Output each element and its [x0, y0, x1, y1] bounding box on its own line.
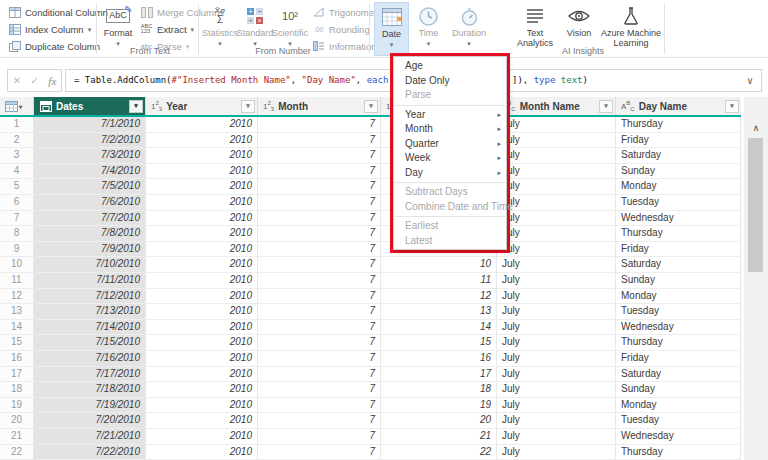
power-query-editor-window: Conditional Column Index Column ▾ Duplic… [0, 0, 768, 460]
date-label: Date [382, 30, 401, 40]
cell-month: 7 [258, 429, 381, 445]
menu-item-day[interactable]: Day▸ [394, 166, 506, 181]
table-row: 77/7/2010201077JulyWednesday [0, 211, 741, 227]
ribbon-divider [369, 4, 370, 54]
number-type-icon: 123 [263, 100, 274, 112]
column-header-dates[interactable]: Dates ▾ [34, 97, 146, 115]
code-token: "Day Name" [302, 75, 356, 85]
filter-dropdown-icon[interactable]: ▾ [241, 100, 255, 113]
chevron-down-icon: ▾ [390, 41, 394, 48]
conditional-column-icon [8, 6, 21, 18]
filter-dropdown-icon[interactable]: ▾ [725, 100, 739, 113]
statistics-icon: X̄σΣ [215, 5, 225, 27]
column-header-label: Year [166, 101, 241, 112]
fx-icon: fx [48, 75, 56, 87]
formula-expand-chevron-icon[interactable]: ∨ [747, 70, 753, 91]
index-column-icon [8, 23, 21, 35]
cell-month_name: July [497, 320, 616, 336]
cell-month_name: July [497, 179, 616, 195]
cell-n: 5 [0, 179, 34, 195]
menu-item-quarter[interactable]: Quarter▸ [394, 137, 506, 152]
cell-n: 10 [0, 257, 34, 273]
menu-item-month[interactable]: Month▸ [394, 122, 506, 137]
menu-item-date-only[interactable]: Date Only [394, 74, 506, 89]
menu-item-year[interactable]: Year▸ [394, 108, 506, 123]
cell-day_name: Thursday [616, 117, 741, 133]
time-button[interactable]: Time ▾ [412, 2, 445, 56]
cell-month: 7 [258, 195, 381, 211]
cell-date: 7/18/2010 [34, 382, 146, 398]
table-row: 57/5/2010201075JulyMonday [0, 179, 741, 195]
cell-month_name: July [497, 148, 616, 164]
cell-day: 12 [381, 289, 497, 305]
duplicate-column-button[interactable]: Duplicate Column [8, 39, 108, 53]
scroll-up-icon[interactable]: ∧ [744, 119, 768, 137]
cell-month: 7 [258, 179, 381, 195]
cell-year: 2010 [146, 226, 258, 242]
rounding-label: Rounding [329, 24, 370, 35]
cell-day: 20 [381, 413, 497, 429]
cell-day: 15 [381, 335, 497, 351]
cell-date: 7/16/2010 [34, 351, 146, 367]
cell-month_name: July [497, 242, 616, 258]
cell-n: 22 [0, 445, 34, 460]
filter-dropdown-icon[interactable]: ▾ [129, 100, 143, 113]
cell-day_name: Friday [616, 133, 741, 149]
column-header-day-name[interactable]: ABC Day Name ▾ [616, 97, 741, 115]
cell-month_name: July [497, 117, 616, 133]
cell-day_name: Saturday [616, 148, 741, 164]
cell-n: 3 [0, 148, 34, 164]
duration-icon [461, 5, 478, 27]
column-header-year[interactable]: 123 Year ▾ [146, 97, 258, 115]
cell-month_name: July [497, 382, 616, 398]
cell-year: 2010 [146, 367, 258, 383]
cell-month: 7 [258, 289, 381, 305]
duration-button[interactable]: Duration ▾ [447, 2, 491, 56]
column-header-label: Day Name [639, 101, 725, 112]
menu-item-age[interactable]: Age [394, 59, 506, 74]
cell-n: 21 [0, 429, 34, 445]
extract-label: Extract [157, 24, 187, 35]
format-icon: AbC✎ [106, 5, 130, 27]
cell-date: 7/13/2010 [34, 304, 146, 320]
scrollbar-thumb[interactable] [748, 138, 763, 272]
conditional-column-button[interactable]: Conditional Column [8, 5, 108, 19]
svg-text:×: × [257, 17, 261, 24]
time-label: Time [419, 29, 439, 39]
group-label-from-text: From Text [108, 46, 192, 56]
column-header-month-name[interactable]: ABC Month Name ▾ [497, 97, 616, 115]
cell-month_name: July [497, 367, 616, 383]
grid-corner-cell[interactable]: ▾ [0, 97, 34, 115]
cell-day_name: Sunday [616, 164, 741, 180]
merge-columns-icon [140, 6, 153, 18]
filter-dropdown-icon[interactable]: ▾ [599, 100, 613, 113]
cell-n: 7 [0, 211, 34, 227]
code-token: #"Inserted Month Name" [172, 75, 291, 85]
commit-formula-icon[interactable]: ✓ [31, 75, 39, 86]
column-header-month[interactable]: 123 Month ▾ [258, 97, 381, 115]
cell-day: 10 [381, 257, 497, 273]
vertical-scrollbar[interactable]: ∧ [744, 97, 768, 460]
index-column-label: Index Column [25, 24, 84, 35]
cell-month: 7 [258, 335, 381, 351]
cell-date: 7/10/2010 [34, 257, 146, 273]
menu-item-week[interactable]: Week▸ [394, 151, 506, 166]
cell-month_name: July [497, 164, 616, 180]
table-row: 207/20/20102010720JulyTuesday [0, 413, 741, 429]
cell-day_name: Sunday [616, 382, 741, 398]
table-row: 17/1/2010201071JulyThursday [0, 117, 741, 133]
code-token: text [555, 75, 582, 85]
cell-month: 7 [258, 242, 381, 258]
chevron-down-icon: ▾ [191, 26, 195, 33]
filter-dropdown-icon[interactable]: ▾ [364, 100, 378, 113]
statistics-button[interactable]: X̄σΣ Statistics ▾ [202, 2, 238, 56]
index-column-button[interactable]: Index Column ▾ [8, 22, 108, 36]
cancel-formula-icon[interactable]: ✕ [13, 75, 21, 86]
cell-date: 7/1/2010 [34, 117, 146, 133]
table-row: 197/19/20102010719JulyMonday [0, 398, 741, 414]
cell-date: 7/7/2010 [34, 211, 146, 227]
date-button[interactable]: Date ▾ [374, 2, 409, 56]
cell-day: 11 [381, 273, 497, 289]
cell-date: 7/12/2010 [34, 289, 146, 305]
svg-text:+: + [248, 8, 252, 15]
